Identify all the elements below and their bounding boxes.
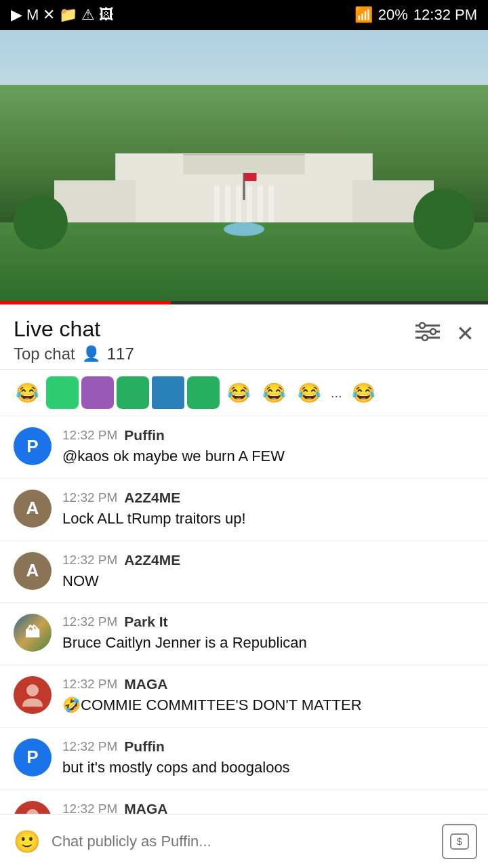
message-meta: 12:32 PM Puffin: [62, 738, 474, 755]
avatar: A: [14, 552, 52, 590]
image-icon: 🖼: [99, 6, 114, 24]
message-time: 12:32 PM: [62, 490, 117, 505]
emoji-1: 😂: [11, 376, 43, 409]
emoji-6: [187, 376, 220, 409]
emoji-more: ...: [328, 385, 345, 401]
message-author: Park It: [124, 614, 167, 630]
svg-rect-4: [430, 329, 436, 334]
emoji-9: 😂: [293, 376, 325, 409]
emoji-5: [152, 376, 184, 409]
battery-text: 20%: [378, 6, 408, 24]
emoji-8: 😂: [258, 376, 290, 409]
live-chat-title: Live chat: [14, 317, 134, 342]
message-content: 12:32 PM A2Z4ME Lock ALL tRump traitors …: [62, 490, 474, 530]
x-icon: ✕: [43, 6, 55, 24]
table-row: 12:32 PM MAGA 🤣COMMIE COMMITTEE'S DON'T …: [0, 665, 488, 728]
message-content: 12:32 PM Puffin but it's mostly cops and…: [62, 738, 474, 778]
emoji-row: 😂 😂 😂 😂 ... 😂: [0, 370, 488, 416]
tree-right: [413, 189, 474, 250]
message-text: NOW: [62, 571, 474, 592]
message-author: A2Z4ME: [124, 490, 180, 506]
msg-icon: M: [26, 6, 39, 24]
svg-rect-3: [420, 323, 425, 328]
viewers-icon: 👤: [82, 345, 100, 363]
video-progress[interactable]: [0, 301, 488, 304]
status-icons: ▶ M ✕ 📁 ⚠ 🖼: [11, 6, 114, 24]
folder-icon: 📁: [59, 6, 77, 24]
table-row: A 12:32 PM A2Z4ME Lock ALL tRump traitor…: [0, 479, 488, 541]
emoji-2: [46, 376, 79, 409]
send-button[interactable]: $: [442, 824, 477, 859]
video-thumbnail[interactable]: [0, 30, 488, 304]
chat-header-left: Live chat Top chat 👤 117: [14, 317, 134, 363]
message-author: Puffin: [124, 738, 164, 755]
svg-rect-5: [422, 335, 428, 340]
live-chat-container: Live chat Top chat 👤 117 ✕: [0, 304, 488, 868]
progress-fill: [0, 301, 171, 304]
video-scene: [0, 30, 488, 304]
wifi-icon: 📶: [354, 6, 373, 24]
message-time: 12:32 PM: [62, 428, 117, 443]
message-text: 🤣COMMIE COMMITTEE'S DON'T MATTER: [62, 695, 474, 716]
message-text: Bruce Caitlyn Jenner is a Republican: [62, 633, 474, 654]
avatar: A: [14, 490, 52, 528]
message-meta: 12:32 PM A2Z4ME: [62, 490, 474, 506]
top-chat-label: Top chat: [14, 344, 75, 363]
wh-portico: [183, 154, 305, 174]
chat-header-right: ✕: [415, 317, 474, 347]
message-author: Puffin: [124, 427, 164, 443]
emoji-7: 😂: [222, 376, 255, 409]
avatar: [14, 676, 52, 714]
message-text: @kaos ok maybe we burn A FEW: [62, 446, 474, 467]
table-row: P 12:32 PM Puffin but it's mostly cops a…: [0, 728, 488, 790]
avatar: P: [14, 427, 52, 465]
chat-messages: P 12:32 PM Puffin @kaos ok maybe we burn…: [0, 416, 488, 852]
message-content: 12:32 PM MAGA 🤣COMMIE COMMITTEE'S DON'T …: [62, 676, 474, 716]
chat-input[interactable]: [52, 833, 434, 850]
table-row: 🏔 12:32 PM Park It Bruce Caitlyn Jenner …: [0, 603, 488, 665]
status-bar: ▶ M ✕ 📁 ⚠ 🖼 📶 20% 12:32 PM: [0, 0, 488, 30]
filter-icon[interactable]: [415, 322, 440, 346]
avatar: 🏔: [14, 614, 52, 652]
viewer-count: 117: [107, 344, 134, 363]
message-author: A2Z4ME: [124, 552, 180, 568]
flag-pole: [243, 173, 245, 200]
message-time: 12:32 PM: [62, 553, 117, 568]
message-time: 12:32 PM: [62, 614, 117, 629]
table-row: A 12:32 PM A2Z4ME NOW: [0, 541, 488, 604]
message-author: MAGA: [124, 676, 167, 692]
message-content: 12:32 PM Park It Bruce Caitlyn Jenner is…: [62, 614, 474, 654]
top-chat-row: Top chat 👤 117: [14, 344, 134, 363]
svg-point-6: [26, 684, 39, 696]
chat-header: Live chat Top chat 👤 117 ✕: [0, 304, 488, 370]
message-time: 12:32 PM: [62, 739, 117, 754]
table-row: P 12:32 PM Puffin @kaos ok maybe we burn…: [0, 416, 488, 479]
message-content: 12:32 PM A2Z4ME NOW: [62, 552, 474, 592]
close-icon[interactable]: ✕: [456, 321, 474, 347]
message-meta: 12:32 PM A2Z4ME: [62, 552, 474, 568]
emoji-button[interactable]: 🙂: [11, 825, 43, 858]
svg-text:$: $: [457, 836, 462, 847]
warning-icon: ⚠: [81, 6, 95, 24]
tree-left: [14, 195, 68, 250]
message-time: 12:32 PM: [62, 677, 117, 692]
chat-input-bar: 🙂 $: [0, 814, 488, 868]
message-meta: 12:32 PM Puffin: [62, 427, 474, 443]
flag: [245, 173, 257, 181]
message-meta: 12:32 PM Park It: [62, 614, 474, 630]
status-right: 📶 20% 12:32 PM: [354, 6, 477, 24]
fountain: [224, 222, 264, 236]
message-content: 12:32 PM Puffin @kaos ok maybe we burn A…: [62, 427, 474, 467]
message-text: but it's mostly cops and boogaloos: [62, 757, 474, 778]
message-text: Lock ALL tRump traitors up!: [62, 509, 474, 530]
emoji-3: [81, 376, 114, 409]
emoji-4: [117, 376, 149, 409]
emoji-10: 😂: [348, 376, 380, 409]
avatar: P: [14, 738, 52, 776]
message-meta: 12:32 PM MAGA: [62, 676, 474, 692]
time-display: 12:32 PM: [413, 6, 477, 24]
youtube-icon: ▶: [11, 6, 22, 24]
